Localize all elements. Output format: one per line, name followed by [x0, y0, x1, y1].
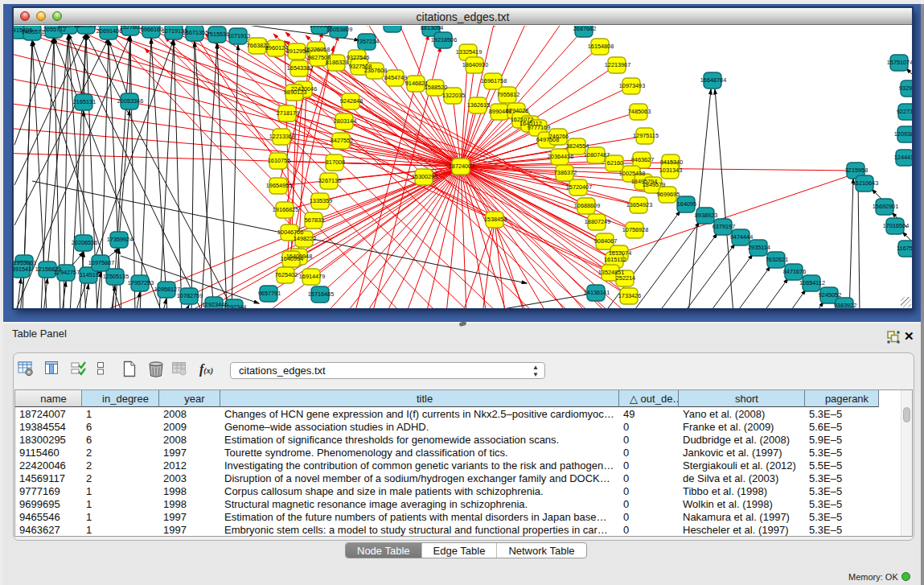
svg-text:9657791: 9657791 [258, 290, 281, 297]
svg-text:62160: 62160 [607, 159, 623, 167]
svg-text:15720407: 15720407 [566, 183, 592, 191]
svg-text:6379197: 6379197 [713, 223, 735, 230]
svg-text:9463627: 9463627 [631, 156, 654, 163]
svg-text:817008: 817008 [326, 159, 345, 166]
svg-text:15751074: 15751074 [887, 59, 912, 66]
svg-text:17359924: 17359924 [107, 236, 133, 243]
svg-text:10782759: 10782759 [177, 292, 203, 299]
svg-text:1167532: 1167532 [897, 245, 912, 252]
svg-text:7485063: 7485063 [628, 108, 651, 115]
svg-text:164095: 164095 [677, 200, 696, 208]
svg-text:2367608: 2367608 [364, 67, 387, 74]
svg-text:1498222: 1498222 [294, 235, 316, 242]
svg-text:7515536: 7515536 [207, 31, 229, 38]
svg-text:3824554: 3824554 [566, 142, 589, 150]
svg-text:2718179: 2718179 [277, 109, 299, 117]
svg-text:13325419: 13325419 [456, 48, 482, 56]
svg-text:3267130: 3267130 [318, 177, 341, 184]
svg-text:9242848: 9242848 [340, 97, 363, 105]
svg-text:12213369: 12213369 [269, 133, 295, 140]
svg-text:8186328: 8186328 [326, 59, 348, 66]
svg-text:16543382: 16543382 [287, 64, 313, 72]
svg-text:1733426: 1733426 [618, 292, 641, 299]
svg-text:18724007: 18724007 [449, 163, 474, 170]
svg-text:9699695: 9699695 [657, 191, 680, 198]
svg-text:9415340: 9415340 [660, 159, 683, 166]
svg-text:19654955: 19654955 [266, 182, 292, 189]
svg-text:2935114: 2935114 [748, 244, 770, 251]
svg-text:9777169: 9777169 [528, 124, 550, 131]
svg-text:7357234: 7357234 [356, 38, 379, 45]
svg-text:10654112: 10654112 [799, 279, 825, 286]
svg-text:567833: 567833 [305, 216, 324, 224]
svg-text:17957253: 17957253 [128, 279, 154, 286]
svg-text:20691406: 20691406 [97, 27, 122, 35]
svg-text:1335359: 1335359 [310, 197, 332, 204]
svg-text:8813054: 8813054 [421, 26, 443, 31]
svg-text:9890123: 9890123 [284, 89, 306, 96]
svg-text:15300293: 15300293 [412, 173, 437, 180]
svg-text:9329966: 9329966 [899, 84, 912, 92]
svg-text:8427552: 8427552 [331, 137, 353, 144]
svg-text:1322035: 1322035 [442, 92, 465, 99]
svg-text:7955812: 7955812 [497, 91, 519, 98]
svg-text:10025438: 10025438 [619, 170, 645, 177]
svg-text:13654923: 13654923 [626, 201, 652, 208]
svg-text:16648784: 16648784 [700, 76, 726, 84]
svg-text:9474444: 9474444 [730, 233, 753, 241]
svg-text:8454749: 8454749 [384, 74, 407, 81]
svg-text:12213967: 12213967 [605, 61, 630, 68]
svg-text:8938923: 8938923 [695, 212, 717, 219]
svg-text:1292344: 1292344 [224, 303, 246, 308]
svg-text:1588520: 1588520 [425, 84, 447, 91]
svg-text:746266: 746266 [549, 133, 569, 140]
svg-text:1640994: 1640994 [281, 255, 303, 262]
svg-text:1362615: 1362615 [467, 101, 490, 109]
svg-text:16210643: 16210643 [852, 179, 878, 187]
svg-text:16154808: 16154808 [588, 43, 614, 50]
svg-text:19218506: 19218506 [431, 36, 457, 43]
svg-text:1071913: 1071913 [228, 32, 250, 39]
svg-text:9245052: 9245052 [819, 291, 841, 299]
svg-text:8471676: 8471676 [783, 268, 806, 275]
svg-text:9227349: 9227349 [897, 108, 912, 115]
svg-text:16671355: 16671355 [183, 29, 208, 36]
svg-text:16914479: 16914479 [299, 273, 325, 280]
svg-text:1538454: 1538454 [484, 216, 507, 223]
svg-text:3215958: 3215958 [845, 167, 868, 174]
svg-text:18807249: 18807249 [585, 218, 610, 225]
svg-text:15716485: 15716485 [308, 290, 334, 298]
svg-text:1031343: 1031343 [659, 167, 682, 174]
svg-text:6794028: 6794028 [506, 107, 528, 114]
svg-text:20206536: 20206536 [72, 239, 97, 246]
svg-text:1527602: 1527602 [120, 26, 142, 31]
svg-text:10973493: 10973493 [619, 82, 645, 89]
svg-text:2687682: 2687682 [573, 26, 596, 32]
svg-text:12942757: 12942757 [54, 269, 80, 276]
svg-text:18640910: 18640910 [462, 61, 488, 68]
svg-text:16053809: 16053809 [326, 26, 352, 33]
svg-text:14136141: 14136141 [584, 289, 610, 296]
svg-text:9084067: 9084067 [594, 237, 617, 245]
svg-text:6966160: 6966160 [141, 26, 163, 33]
svg-text:10807487: 10807487 [584, 151, 610, 159]
svg-text:12975115: 12975115 [633, 132, 659, 139]
svg-text:7625402: 7625402 [275, 271, 298, 278]
svg-text:1405571: 1405571 [22, 28, 44, 35]
svg-text:1610755: 1610755 [268, 157, 290, 164]
svg-text:10756928: 10756928 [622, 226, 648, 233]
svg-text:1849579: 1849579 [643, 181, 665, 188]
svg-text:20364436: 20364436 [548, 153, 573, 160]
svg-text:8813054: 8813054 [382, 26, 405, 27]
svg-text:252214: 252214 [616, 274, 635, 282]
svg-text:20053346: 20053346 [117, 97, 143, 105]
svg-text:16961758: 16961758 [481, 77, 507, 84]
svg-text:8960124: 8960124 [265, 44, 288, 51]
svg-text:12093872: 12093872 [894, 130, 912, 138]
svg-text:10688609: 10688609 [574, 202, 600, 209]
svg-text:15692901: 15692901 [873, 203, 898, 210]
svg-text:391541: 391541 [14, 266, 31, 273]
svg-text:9383922: 9383922 [834, 302, 856, 308]
svg-text:2165131: 2165131 [73, 98, 96, 105]
svg-text:1615112: 1615112 [604, 256, 626, 263]
